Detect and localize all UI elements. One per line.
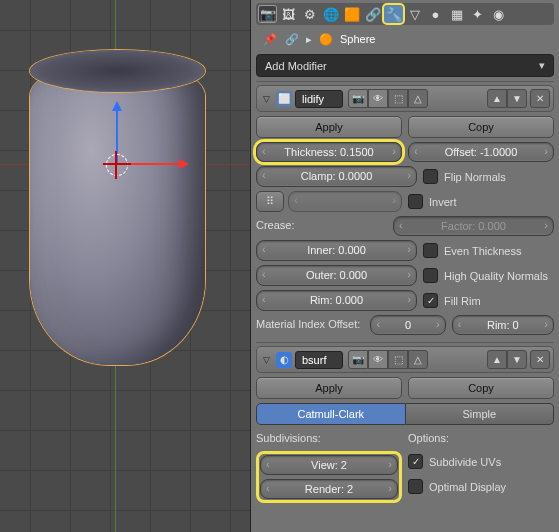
factor-field: Factor: 0.000 bbox=[393, 216, 554, 236]
hq-normals-check[interactable]: High Quality Normals bbox=[423, 265, 554, 286]
mat-offset-label: Material Index Offset: bbox=[256, 315, 364, 335]
cursor-3d[interactable] bbox=[106, 154, 128, 176]
optdisp-label: Optimal Display bbox=[429, 481, 506, 493]
render-toggle-icon[interactable]: 📷 bbox=[348, 350, 368, 369]
move-up-icon[interactable]: ▲ bbox=[487, 89, 507, 108]
object-name: Sphere bbox=[340, 33, 375, 45]
header-row: 📌 🔗 ▸ 🟠 Sphere bbox=[256, 28, 554, 50]
editmode-toggle-icon[interactable]: ⬚ bbox=[388, 89, 408, 108]
cage-toggle-icon[interactable]: △ bbox=[408, 350, 428, 369]
subsurf-icon: ◐ bbox=[276, 352, 292, 368]
display-toggle-icon[interactable]: 👁 bbox=[368, 89, 388, 108]
tab-render-icon[interactable]: 📷 bbox=[258, 5, 277, 23]
rim-offset-field[interactable]: Rim: 0 bbox=[452, 315, 554, 335]
invert-label: Invert bbox=[429, 196, 457, 208]
modifier-name-field[interactable]: bsurf bbox=[295, 351, 343, 369]
properties-tabs: 📷 🖼 ⚙ 🌐 🟧 🔗 🔧 ▽ ● ▦ ✦ ◉ bbox=[256, 3, 554, 25]
clamp-field[interactable]: Clamp: 0.0000 bbox=[256, 166, 417, 187]
tab-material-icon[interactable]: ● bbox=[426, 5, 445, 23]
pin-icon[interactable]: 📌 bbox=[262, 31, 278, 47]
render-field[interactable]: Render: 2 bbox=[260, 479, 398, 499]
modifier-solidify: ▽ ⬜ lidify 📷 👁 ⬚ △ ▲ ▼ ✕ Apply Copy bbox=[256, 81, 554, 342]
flip-normals-label: Flip Normals bbox=[444, 171, 506, 183]
crease-label: Crease: bbox=[256, 216, 387, 236]
tab-modifiers-icon[interactable]: 🔧 bbox=[384, 5, 403, 23]
delete-modifier-icon[interactable]: ✕ bbox=[530, 350, 550, 369]
modifier-header: ▽ ⬜ lidify 📷 👁 ⬚ △ ▲ ▼ ✕ bbox=[256, 85, 554, 112]
display-toggle-icon[interactable]: 👁 bbox=[368, 350, 388, 369]
tab-object-icon[interactable]: 🟧 bbox=[342, 5, 361, 23]
collapse-icon[interactable]: ▽ bbox=[260, 94, 273, 104]
apply-button[interactable]: Apply bbox=[256, 377, 402, 399]
invert-check[interactable]: Invert bbox=[408, 191, 554, 212]
hq-label: High Quality Normals bbox=[444, 270, 548, 282]
tab-data-icon[interactable]: ▽ bbox=[405, 5, 424, 23]
modifier-subsurf: ▽ ◐ bsurf 📷 👁 ⬚ △ ▲ ▼ ✕ Apply Copy bbox=[256, 342, 554, 510]
mesh-rim bbox=[30, 50, 205, 92]
subdivisions-label: Subdivisions: bbox=[256, 429, 402, 447]
tab-texture-icon[interactable]: ▦ bbox=[447, 5, 466, 23]
link-icon[interactable]: 🔗 bbox=[284, 31, 300, 47]
subdivisions-highlight: View: 2 Render: 2 bbox=[256, 451, 402, 503]
rim-field[interactable]: Rim: 0.000 bbox=[256, 290, 417, 311]
render-toggle-icon[interactable]: 📷 bbox=[348, 89, 368, 108]
subuvs-label: Subdivide UVs bbox=[429, 456, 501, 468]
subdivide-uvs-check[interactable]: ✓Subdivide UVs bbox=[408, 451, 554, 472]
flip-normals-check[interactable]: Flip Normals bbox=[423, 166, 554, 187]
view-field[interactable]: View: 2 bbox=[260, 455, 398, 475]
vgroup-field[interactable] bbox=[288, 191, 402, 212]
collapse-icon[interactable]: ▽ bbox=[260, 355, 273, 365]
chevron-icon: ▸ bbox=[306, 33, 312, 46]
tab-world-icon[interactable]: 🌐 bbox=[321, 5, 340, 23]
delete-modifier-icon[interactable]: ✕ bbox=[530, 89, 550, 108]
modifier-header: ▽ ◐ bsurf 📷 👁 ⬚ △ ▲ ▼ ✕ bbox=[256, 346, 554, 373]
inner-field[interactable]: Inner: 0.000 bbox=[256, 240, 417, 261]
cage-toggle-icon[interactable]: △ bbox=[408, 89, 428, 108]
vgroup-icon[interactable]: ⠿ bbox=[256, 191, 284, 212]
catmull-option[interactable]: Catmull-Clark bbox=[256, 403, 406, 425]
even-thickness-check[interactable]: Even Thickness bbox=[423, 240, 554, 261]
copy-button[interactable]: Copy bbox=[408, 377, 554, 399]
modifier-name-field[interactable]: lidify bbox=[295, 90, 343, 108]
viewport-3d[interactable] bbox=[0, 0, 251, 532]
properties-panel: 📷 🖼 ⚙ 🌐 🟧 🔗 🔧 ▽ ● ▦ ✦ ◉ 📌 🔗 ▸ 🟠 Sphere A… bbox=[251, 0, 559, 532]
tab-layers-icon[interactable]: 🖼 bbox=[279, 5, 298, 23]
even-label: Even Thickness bbox=[444, 245, 521, 257]
subsurf-type-toggle[interactable]: Catmull-Clark Simple bbox=[256, 403, 554, 425]
move-down-icon[interactable]: ▼ bbox=[507, 350, 527, 369]
sphere-icon: 🟠 bbox=[318, 31, 334, 47]
move-up-icon[interactable]: ▲ bbox=[487, 350, 507, 369]
fillrim-label: Fill Rim bbox=[444, 295, 481, 307]
add-modifier-dropdown[interactable]: Add Modifier bbox=[256, 54, 554, 77]
offset-field[interactable]: Offset: -1.0000 bbox=[408, 142, 554, 162]
thickness-field[interactable]: Thickness: 0.1500 bbox=[256, 142, 402, 162]
tab-particles-icon[interactable]: ✦ bbox=[468, 5, 487, 23]
optimal-display-check[interactable]: Optimal Display bbox=[408, 476, 554, 497]
outer-field[interactable]: Outer: 0.000 bbox=[256, 265, 417, 286]
tab-physics-icon[interactable]: ◉ bbox=[489, 5, 508, 23]
simple-option[interactable]: Simple bbox=[406, 403, 555, 425]
solidify-icon: ⬜ bbox=[276, 91, 292, 107]
mat-offset-field[interactable]: 0 bbox=[370, 315, 445, 335]
tab-constraints-icon[interactable]: 🔗 bbox=[363, 5, 382, 23]
options-label: Options: bbox=[408, 429, 554, 447]
apply-button[interactable]: Apply bbox=[256, 116, 402, 138]
move-down-icon[interactable]: ▼ bbox=[507, 89, 527, 108]
tab-scene-icon[interactable]: ⚙ bbox=[300, 5, 319, 23]
fill-rim-check[interactable]: ✓Fill Rim bbox=[423, 290, 554, 311]
copy-button[interactable]: Copy bbox=[408, 116, 554, 138]
editmode-toggle-icon[interactable]: ⬚ bbox=[388, 350, 408, 369]
add-modifier-label: Add Modifier bbox=[265, 60, 327, 72]
